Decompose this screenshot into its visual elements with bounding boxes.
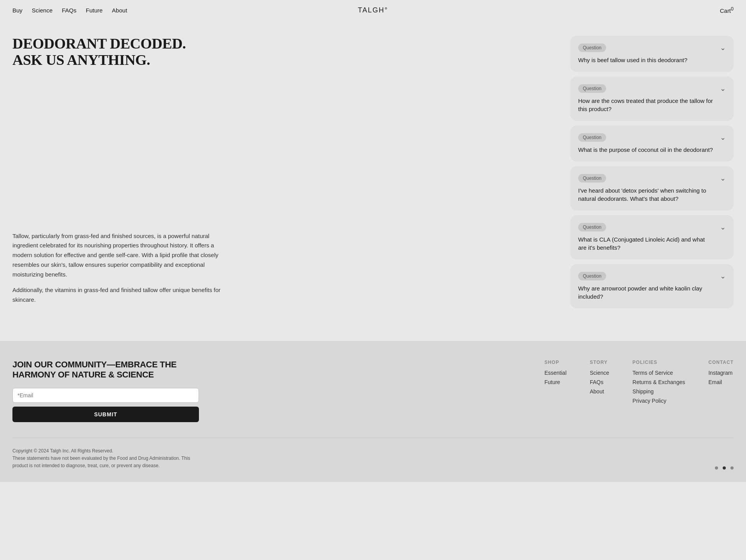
faq-item-3[interactable]: Question ⌄ What is the purpose of coconu… (570, 125, 734, 162)
footer-dots (715, 466, 734, 470)
chevron-down-icon-6: ⌄ (720, 272, 726, 280)
email-input[interactable] (12, 388, 199, 403)
footer-contact-heading: CONTACT (708, 360, 734, 365)
footer-bottom: Copyright © 2024 Talgh Inc. All Rights R… (12, 438, 734, 470)
faq-badge-4: Question (578, 174, 606, 183)
dot-1 (715, 466, 718, 470)
chevron-down-icon-5: ⌄ (720, 223, 726, 231)
nav-buy[interactable]: Buy (12, 7, 23, 14)
faq-badge-5: Question (578, 223, 606, 231)
main-content: DEODORANT DECODED. ASK US ANYTHING. Tall… (0, 20, 746, 329)
footer: JOIN OUR COMMUNITY—EMBRACE THE HARMONY O… (0, 341, 746, 482)
body-text-1: Tallow, particularly from grass-fed and … (12, 231, 230, 280)
faq-item-2[interactable]: Question ⌄ How are the cows treated that… (570, 77, 734, 121)
footer-policies-col: POLICIES Terms of Service Returns & Exch… (633, 360, 685, 422)
faq-badge-2: Question (578, 84, 606, 93)
footer-shop-col: SHOP Essential Future (544, 360, 566, 422)
chevron-down-icon-2: ⌄ (720, 84, 726, 93)
faq-item-5[interactable]: Question ⌄ What is CLA (Conjugated Linol… (570, 215, 734, 259)
dot-2 (723, 466, 726, 470)
footer-story-about[interactable]: About (590, 388, 609, 395)
cart-button[interactable]: Cart0 (720, 6, 734, 14)
nav-science[interactable]: Science (32, 7, 52, 14)
footer-shop-essential[interactable]: Essential (544, 370, 566, 376)
footer-contact-instagram[interactable]: Instagram (708, 370, 734, 376)
main-nav: Buy Science FAQs Future About (12, 7, 127, 14)
footer-shop-heading: SHOP (544, 360, 566, 365)
faq-item-4[interactable]: Question ⌄ I've heard about 'detox perio… (570, 166, 734, 210)
footer-top: JOIN OUR COMMUNITY—EMBRACE THE HARMONY O… (12, 360, 734, 422)
footer-story-science[interactable]: Science (590, 370, 609, 376)
submit-button[interactable]: SUBMIT (12, 407, 199, 422)
body-text-2: Additionally, the vitamins in grass-fed … (12, 285, 230, 305)
chevron-down-icon-1: ⌄ (720, 43, 726, 52)
dot-3 (730, 466, 734, 470)
footer-policy-shipping[interactable]: Shipping (633, 388, 685, 395)
footer-policies-heading: POLICIES (633, 360, 685, 365)
faq-badge-3: Question (578, 133, 606, 142)
nav-faqs[interactable]: FAQs (62, 7, 77, 14)
chevron-down-icon-3: ⌄ (720, 133, 726, 142)
nav-about[interactable]: About (112, 7, 127, 14)
faq-badge-6: Question (578, 272, 606, 280)
faq-question-1: Why is beef tallow used in this deodoran… (578, 56, 726, 64)
footer-links: SHOP Essential Future STORY Science FAQs… (544, 360, 734, 422)
footer-community: JOIN OUR COMMUNITY—EMBRACE THE HARMONY O… (12, 360, 199, 422)
footer-policy-privacy[interactable]: Privacy Policy (633, 398, 685, 404)
page-title: DEODORANT DECODED. ASK US ANYTHING. (12, 36, 230, 68)
faq-item-6[interactable]: Question ⌄ Why are arrowroot powder and … (570, 264, 734, 308)
faq-question-4: I've heard about 'detox periods' when sw… (578, 186, 726, 203)
footer-story-faqs[interactable]: FAQs (590, 379, 609, 385)
faq-question-5: What is CLA (Conjugated Linoleic Acid) a… (578, 235, 726, 252)
chevron-down-icon-4: ⌄ (720, 174, 726, 183)
footer-story-col: STORY Science FAQs About (590, 360, 609, 422)
footer-policy-tos[interactable]: Terms of Service (633, 370, 685, 376)
footer-contact-email[interactable]: Email (708, 379, 734, 385)
footer-shop-future[interactable]: Future (544, 379, 566, 385)
footer-policy-returns[interactable]: Returns & Exchanges (633, 379, 685, 385)
faq-panel: Question ⌄ Why is beef tallow used in th… (570, 36, 734, 313)
site-logo: TALGH° (358, 6, 388, 14)
footer-story-heading: STORY (590, 360, 609, 365)
faq-badge-1: Question (578, 43, 606, 52)
footer-community-title: JOIN OUR COMMUNITY—EMBRACE THE HARMONY O… (12, 360, 199, 380)
footer-copyright: Copyright © 2024 Talgh Inc. All Rights R… (12, 447, 199, 470)
faq-question-3: What is the purpose of coconut oil in th… (578, 146, 726, 154)
faq-question-2: How are the cows treated that produce th… (578, 97, 726, 113)
faq-item-1[interactable]: Question ⌄ Why is beef tallow used in th… (570, 36, 734, 72)
faq-question-6: Why are arrowroot powder and white kaoli… (578, 284, 726, 301)
footer-contact-col: CONTACT Instagram Email (708, 360, 734, 422)
header: Buy Science FAQs Future About TALGH° Car… (0, 0, 746, 20)
nav-future[interactable]: Future (86, 7, 103, 14)
left-panel: DEODORANT DECODED. ASK US ANYTHING. Tall… (12, 36, 230, 313)
